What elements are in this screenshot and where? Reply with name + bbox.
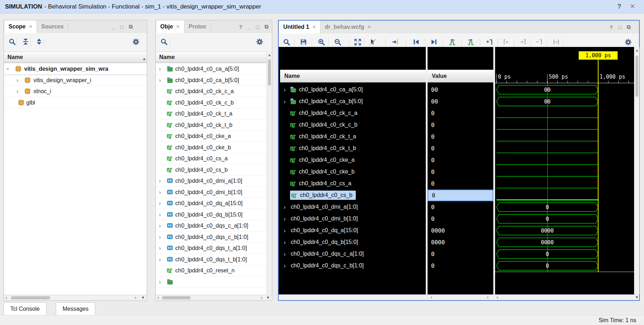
scroll-down-icon[interactable]: ▾ bbox=[142, 295, 144, 300]
collapsed-arrow-icon[interactable]: › bbox=[159, 175, 161, 186]
object-item[interactable]: ch0_lpddr4_c0_ck_c_a bbox=[156, 86, 267, 97]
go-to-marker-icon[interactable] bbox=[391, 37, 400, 47]
settings-icon[interactable] bbox=[255, 37, 264, 46]
object-item[interactable]: ›ch0_lpddr4_c0_ca_b[5:0] bbox=[156, 75, 267, 86]
previous-transition-icon[interactable] bbox=[447, 37, 457, 47]
collapsed-arrow-icon[interactable]: › bbox=[284, 260, 286, 272]
zoom-out-icon[interactable] bbox=[333, 37, 342, 47]
tab-messages[interactable]: Messages bbox=[56, 302, 95, 315]
wave-row[interactable] bbox=[495, 107, 634, 119]
scroll-up-icon[interactable]: ▴ bbox=[143, 53, 145, 64]
scroll-up-icon[interactable]: ▴ bbox=[267, 52, 272, 57]
close-tab-icon[interactable]: × bbox=[312, 21, 316, 33]
tree-item-vitis_design_wrapper_i[interactable]: ›vitis_design_wrapper_i bbox=[4, 75, 146, 86]
scroll-left-icon[interactable]: ‹ bbox=[6, 295, 7, 300]
cursor-line[interactable] bbox=[598, 60, 599, 272]
object-item[interactable]: ›ch0_lpddr4_c0_dqs_t_b[1:0] bbox=[156, 254, 267, 265]
scroll-left-icon[interactable]: ‹ bbox=[497, 295, 498, 300]
scrollbar-thumb[interactable] bbox=[11, 296, 50, 299]
wave-signal-name-row[interactable]: ch0_lpddr4_c0_ck_t_b bbox=[280, 143, 426, 154]
wave-row[interactable]: 00 bbox=[495, 96, 634, 107]
close-tab-icon[interactable]: × bbox=[176, 21, 180, 33]
scroll-down-icon[interactable]: ▾ bbox=[635, 295, 638, 300]
wave-signal-name-row[interactable]: ch0_lpddr4_c0_cke_b bbox=[280, 166, 426, 178]
collapsed-arrow-icon[interactable]: › bbox=[284, 84, 286, 96]
scrollbar-thumb[interactable] bbox=[635, 55, 638, 97]
wave-signal-name-row[interactable]: ch0_lpddr4_c0_ck_c_a bbox=[280, 107, 426, 119]
wave-row[interactable] bbox=[495, 119, 634, 131]
search-icon[interactable] bbox=[282, 37, 291, 47]
collapsed-arrow-icon[interactable]: › bbox=[284, 248, 286, 260]
settings-icon[interactable] bbox=[131, 37, 140, 46]
wave-row[interactable] bbox=[495, 154, 634, 166]
tab-untitled-1[interactable]: Untitled 1 × bbox=[279, 21, 321, 33]
tab-dr-behav-wcfg[interactable]: dr_behav.wcfg × bbox=[321, 21, 375, 33]
swap-markers-icon[interactable] bbox=[552, 37, 561, 47]
next-transition-icon[interactable] bbox=[466, 37, 475, 47]
wave-row[interactable]: 0000 bbox=[495, 225, 634, 236]
wave-row[interactable] bbox=[495, 166, 634, 178]
close-icon[interactable]: × bbox=[630, 0, 635, 13]
scroll-right-icon[interactable]: › bbox=[135, 295, 136, 300]
wave-signal-name-row[interactable]: ›ch0_lpddr4_c0_dqs_c_b[1:0] bbox=[280, 260, 426, 272]
scrollbar-thumb[interactable] bbox=[268, 59, 271, 86]
object-item[interactable]: ch0_lpddr4_c0_cke_a bbox=[156, 130, 267, 142]
wave-signal-name-row[interactable]: ›ch0_lpddr4_c0_dq_b[15:0] bbox=[280, 236, 426, 248]
maximize-icon[interactable]: □ bbox=[618, 24, 621, 30]
wave-signal-name-row[interactable]: ›ch0_lpddr4_c0_dq_a[15:0] bbox=[280, 225, 426, 236]
wave-row[interactable]: 0 bbox=[495, 248, 634, 260]
remove-marker-icon[interactable] bbox=[535, 37, 544, 47]
collapsed-arrow-icon[interactable]: › bbox=[284, 201, 286, 213]
wave-signal-name-row[interactable]: ›ch0_lpddr4_c0_dmi_b[1:0] bbox=[280, 213, 426, 225]
settings-icon[interactable] bbox=[623, 37, 633, 47]
wave-signal-name-row[interactable]: ›ch0_lpddr4_c0_ca_a[5:0] bbox=[280, 84, 426, 96]
previous-marker-icon[interactable] bbox=[501, 37, 511, 47]
object-item[interactable]: ch0_lpddr4_c0_ck_t_b bbox=[156, 119, 267, 131]
zoom-in-icon[interactable] bbox=[317, 37, 326, 47]
tab-tcl-console[interactable]: Tcl Console bbox=[4, 302, 47, 315]
wave-row[interactable]: 00 bbox=[495, 84, 634, 96]
expanded-arrow-icon[interactable]: › bbox=[4, 68, 14, 70]
collapsed-arrow-icon[interactable]: › bbox=[159, 254, 161, 265]
scroll-right-icon[interactable]: › bbox=[261, 295, 262, 300]
tab-protocol[interactable]: Protoc bbox=[184, 20, 211, 33]
wave-signal-name-row[interactable]: ›ch0_lpddr4_c0_ca_b[5:0] bbox=[280, 96, 426, 107]
float-icon[interactable]: ⧉ bbox=[264, 23, 268, 30]
collapsed-arrow-icon[interactable]: › bbox=[284, 96, 286, 107]
tab-scope[interactable]: Scope × bbox=[4, 20, 37, 33]
object-item[interactable]: ›ch0_lpddr4_c0_dqs_c_b[1:0] bbox=[156, 231, 267, 243]
collapsed-arrow-icon[interactable]: › bbox=[159, 75, 161, 86]
scroll-right-icon[interactable]: › bbox=[487, 295, 488, 300]
wave-signal-name-row[interactable]: ch0_lpddr4_c0_ck_t_a bbox=[280, 131, 426, 143]
wave-signal-name-row[interactable]: ch0_lpddr4_c0_cs_b bbox=[280, 190, 426, 201]
expand-all-icon[interactable] bbox=[34, 37, 44, 46]
go-to-start-icon[interactable] bbox=[412, 37, 421, 47]
go-to-end-icon[interactable] bbox=[429, 37, 439, 47]
float-icon[interactable]: ⧉ bbox=[129, 23, 133, 30]
wave-signal-name-row[interactable]: ch0_lpddr4_c0_cke_a bbox=[280, 154, 426, 166]
object-item[interactable]: ch0_lpddr4_c0_cke_b bbox=[156, 142, 267, 153]
object-item[interactable]: ›ch0_lpddr4_c0_dq_b[15:0] bbox=[156, 209, 267, 220]
object-item[interactable]: ›ch0_lpddr4_c0_dqs_c_a[1:0] bbox=[156, 220, 267, 231]
object-item[interactable]: ›ch0_lpddr4_c0_dqs_t_a[1:0] bbox=[156, 243, 267, 254]
search-icon[interactable] bbox=[159, 37, 168, 46]
minimize-icon[interactable]: _ bbox=[112, 24, 115, 30]
maximize-icon[interactable]: □ bbox=[256, 24, 259, 30]
scrollbar-thumb[interactable] bbox=[162, 296, 190, 299]
object-item[interactable]: ch0_lpddr4_c0_cs_b bbox=[156, 164, 267, 176]
next-marker-icon[interactable] bbox=[519, 37, 528, 47]
add-marker-icon[interactable] bbox=[485, 37, 494, 47]
object-item[interactable]: ch0_lpddr4_c0_cs_a bbox=[156, 153, 267, 164]
collapsed-arrow-icon[interactable]: › bbox=[16, 75, 18, 86]
collapsed-arrow-icon[interactable]: › bbox=[159, 243, 161, 254]
collapsed-arrow-icon[interactable]: › bbox=[284, 225, 286, 236]
save-icon[interactable] bbox=[299, 37, 308, 47]
wave-row[interactable]: 0 bbox=[495, 213, 634, 225]
tab-sources[interactable]: Sources bbox=[37, 20, 68, 33]
wave-signal-name-row[interactable]: ch0_lpddr4_c0_cs_a bbox=[280, 178, 426, 190]
object-item[interactable]: ›ch0_lpddr4_c0_ca_a[5:0] bbox=[156, 63, 267, 75]
tab-objects[interactable]: Obje × bbox=[156, 20, 184, 33]
object-item[interactable]: ›ch0_lpddr4_c0_dq_a[15:0] bbox=[156, 198, 267, 209]
collapsed-arrow-icon[interactable]: › bbox=[284, 213, 286, 225]
wave-row[interactable]: 0000 bbox=[495, 236, 634, 248]
